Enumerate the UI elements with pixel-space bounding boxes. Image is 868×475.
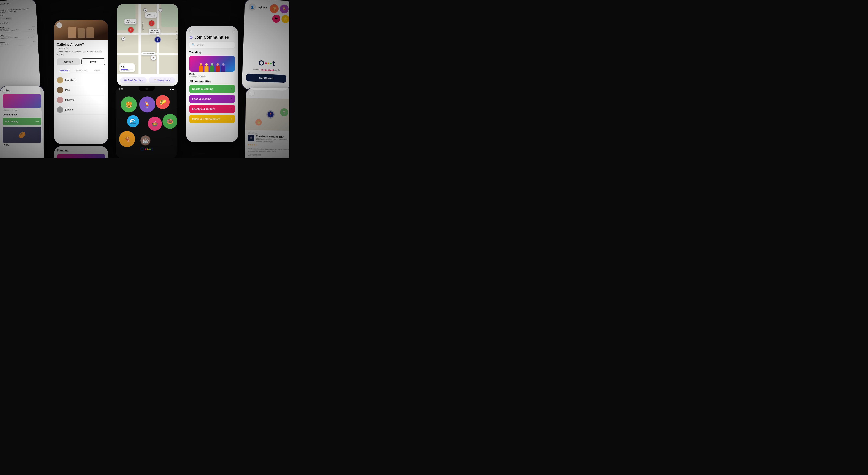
- star-bubble: ⭐: [281, 15, 289, 23]
- people-silhouette: [189, 56, 235, 72]
- username: jaylonm: [258, 6, 267, 9]
- back-button-venue[interactable]: ←: [249, 90, 254, 96]
- person-5: [221, 63, 226, 72]
- tab-deals[interactable]: Deals: [89, 68, 105, 73]
- pizza-bubble: 🍕: [270, 4, 279, 13]
- bubble-soup[interactable]: 🍲: [148, 117, 162, 131]
- pride-caption: Pride All things LGBTQ+: [186, 73, 238, 78]
- bubble-pizza[interactable]: 🍕: [119, 131, 135, 147]
- p10-pride-img: [57, 154, 105, 158]
- person-2: [204, 63, 209, 72]
- member-item-jaylonm: jaylonm: [57, 105, 105, 115]
- venue-description: Creative cocktails, beer & pub snacks in…: [245, 147, 289, 154]
- map-action-buttons: 🍽 Food Specials 🍸 Happy Hour: [117, 74, 178, 86]
- oot-logo-brand: O t: [258, 59, 275, 68]
- bubble-coffee[interactable]: ☕: [141, 135, 151, 146]
- oot-brand-o1: O: [258, 59, 264, 67]
- joined-button[interactable]: Joined ▾: [57, 58, 80, 65]
- p9-minus-icon: —: [36, 120, 39, 123]
- phone6-top-bar: ⊞ ♡: [186, 26, 238, 35]
- p1-deal-1-menu[interactable]: •••: [32, 25, 35, 28]
- map-badge-4: 4: [158, 8, 162, 12]
- members-count: 8 Members: [57, 47, 105, 49]
- oot-logo-bubbles: O t: [140, 146, 153, 153]
- map-popup-goodfortune: The Good Fortune Bar: [149, 29, 160, 34]
- sports-gaming-label: Sports & Gaming: [192, 88, 213, 90]
- person-1: [198, 63, 203, 72]
- status-icons: ▲ ▮▮: [166, 88, 174, 90]
- map-road-v1: [138, 4, 141, 86]
- p1-tag-burgers: Burgers: [0, 18, 2, 21]
- get-started-button[interactable]: Get Started: [246, 73, 286, 83]
- tab-members[interactable]: Members: [57, 68, 73, 73]
- oot-tagline: Making social social again: [253, 68, 280, 72]
- p9-sports-bar[interactable]: ts & Gaming —: [3, 118, 41, 125]
- p1-deal-2-menu[interactable]: •••: [33, 32, 35, 35]
- p2-back-button[interactable]: ←: [56, 23, 62, 28]
- member-list: brooklyns leos marilynb jaylonm: [57, 75, 105, 115]
- oot-brand-dots: [265, 62, 272, 64]
- map-road-v2: [157, 4, 159, 86]
- member-avatar-leos: [57, 87, 63, 93]
- map-badge-3: 3: [143, 8, 147, 12]
- oot-dot-yellow: [147, 149, 149, 150]
- tag-burgers: Burgers: [253, 157, 260, 158]
- food-cuisine-label: Food & Cuisine: [192, 97, 211, 100]
- map-pin-bolan[interactable]: 🍴: [128, 27, 134, 33]
- community-food-cuisine[interactable]: Food & Cuisine +: [189, 95, 235, 103]
- bubble-cocktail[interactable]: 🍹: [139, 96, 155, 113]
- action-buttons: Joined ▾ Invite: [57, 58, 105, 65]
- user-avatar: 👤: [249, 3, 256, 11]
- map-road-h1: [117, 33, 178, 35]
- food-cuisine-plus-icon: +: [230, 97, 232, 101]
- bubble-wave[interactable]: 🌊: [127, 115, 139, 127]
- member-name-leos: leos: [65, 89, 70, 91]
- brand-dot-green: [270, 62, 272, 64]
- brand-dot-yellow: [267, 62, 269, 64]
- member-item-brooklyns: brooklyns: [57, 75, 105, 85]
- oot-dots: [145, 149, 151, 150]
- bubble-donut[interactable]: 🍩: [162, 114, 177, 129]
- music-entertainment-plus-icon: +: [230, 117, 232, 121]
- venue-bubble-1: 🍸: [280, 108, 288, 117]
- pride-subtitle: All things LGBTQ+: [189, 76, 235, 78]
- invite-button[interactable]: Invite: [82, 58, 105, 65]
- map-label-burlington: Burlington A: [176, 31, 178, 40]
- map-pin-fresh[interactable]: 🍴: [149, 21, 154, 26]
- heart-icon[interactable]: ♡: [232, 29, 235, 33]
- p1-tags: Burgers Fast Food: [0, 16, 34, 21]
- happy-hour-label: Happy Hour: [157, 79, 170, 82]
- music-entertainment-label: Music & Entertainment: [192, 118, 220, 121]
- xp-value: 32,299 / 60,000: [121, 70, 133, 71]
- search-bar[interactable]: 🔍 Search: [189, 42, 235, 48]
- heart-bubble: ❤: [272, 14, 280, 23]
- bubble-burger[interactable]: 🍔: [121, 96, 137, 113]
- bubble-taco[interactable]: 🌮: [156, 95, 170, 109]
- wifi-icon: ▲: [169, 88, 171, 90]
- map-pin-jimmys[interactable]: ☕: [151, 55, 156, 60]
- scene: Toronto, ON M4P 2X9 ★★★☆ cocktails, beer…: [0, 0, 289, 158]
- map-popup-jimmys: Jimmy's Coffee: [142, 52, 155, 56]
- community-music-entertainment[interactable]: Music & Entertainment +: [189, 115, 235, 123]
- p1-desc: cocktails, beer & pub snacks in a unique…: [0, 8, 34, 14]
- food-specials-button[interactable]: 🍽 Food Specials: [120, 77, 147, 83]
- map-green-2: [161, 4, 178, 27]
- member-item-leos: leos: [57, 85, 105, 95]
- tag-fastfood: Fast Food: [261, 157, 270, 158]
- compass-icon: ⊙: [189, 35, 193, 40]
- member-avatar-jaylonm: [57, 106, 63, 113]
- phone-communities-left: nding All things LGBTQ+ communities ts &…: [0, 86, 44, 158]
- grid-icon[interactable]: ⊞: [189, 29, 192, 33]
- rugby-emoji: 🏉: [19, 132, 26, 138]
- tagline-social-2: social: [268, 69, 274, 71]
- community-sports-gaming[interactable]: Sports & Gaming +: [189, 85, 235, 93]
- community-lifestyle-culture[interactable]: Lifestyle & Culture +: [189, 105, 235, 113]
- map-pin-goodfortune[interactable]: 🍸: [155, 37, 160, 42]
- p9-rugby-label: Rugby: [3, 144, 41, 146]
- phone2-body: Caffeine Anyone? 8 Members A community f…: [54, 40, 108, 144]
- tab-leaderboard[interactable]: Leaderboard: [73, 68, 89, 73]
- happy-hour-button[interactable]: 🍸 Happy Hour: [149, 77, 175, 83]
- map-green-1: [117, 4, 135, 30]
- community-description: A community for people who love to meet …: [57, 51, 105, 56]
- p1-deal-3-menu[interactable]: •••: [33, 40, 36, 43]
